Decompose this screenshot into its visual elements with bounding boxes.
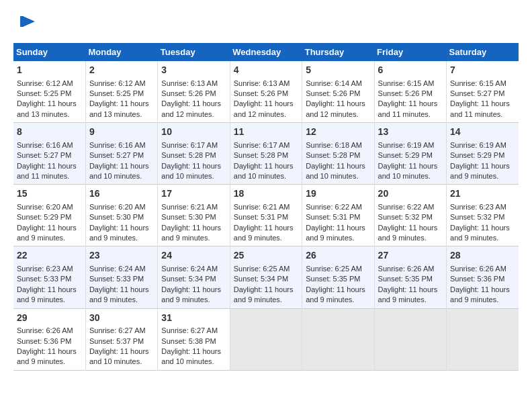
- daylight-text: Daylight: 11 hours and 9 minutes.: [17, 223, 82, 244]
- day-number: 21: [450, 187, 515, 201]
- sunset-text: Sunset: 5:30 PM: [161, 212, 226, 222]
- sunset-text: Sunset: 5:35 PM: [306, 274, 370, 284]
- daylight-text: Daylight: 11 hours and 10 minutes.: [234, 161, 298, 182]
- sunset-text: Sunset: 5:26 PM: [234, 89, 298, 99]
- sunset-text: Sunset: 5:32 PM: [450, 212, 515, 222]
- calendar-cell: 4Sunrise: 6:13 AMSunset: 5:26 PMDaylight…: [230, 61, 302, 123]
- weekday-header: Monday: [85, 43, 157, 61]
- weekday-header: Friday: [374, 43, 446, 61]
- day-number: 27: [378, 249, 443, 263]
- sunrise-text: Sunrise: 6:22 AM: [306, 202, 370, 212]
- weekday-header: Tuesday: [158, 43, 230, 61]
- day-number: 19: [306, 187, 370, 201]
- calendar-cell: 23Sunrise: 6:24 AMSunset: 5:33 PMDayligh…: [85, 246, 157, 308]
- calendar-cell: 6Sunrise: 6:15 AMSunset: 5:26 PMDaylight…: [374, 61, 446, 123]
- daylight-text: Daylight: 11 hours and 9 minutes.: [17, 285, 82, 306]
- svg-rect-1: [20, 16, 24, 27]
- calendar-cell: 16Sunrise: 6:20 AMSunset: 5:30 PMDayligh…: [85, 185, 157, 246]
- calendar-row: 15Sunrise: 6:20 AMSunset: 5:29 PMDayligh…: [13, 185, 519, 246]
- calendar-cell: 20Sunrise: 6:22 AMSunset: 5:32 PMDayligh…: [374, 185, 446, 246]
- sunrise-text: Sunrise: 6:13 AM: [161, 79, 226, 89]
- calendar-cell: 1Sunrise: 6:12 AMSunset: 5:25 PMDaylight…: [13, 61, 85, 123]
- day-number: 31: [161, 312, 226, 325]
- sunrise-text: Sunrise: 6:16 AM: [89, 140, 154, 150]
- daylight-text: Daylight: 11 hours and 13 minutes.: [89, 99, 154, 120]
- day-number: 24: [161, 249, 226, 263]
- day-number: 13: [378, 126, 443, 139]
- daylight-text: Daylight: 11 hours and 11 minutes.: [17, 161, 82, 182]
- day-number: 7: [450, 64, 515, 77]
- weekday-header: Saturday: [447, 43, 519, 61]
- sunrise-text: Sunrise: 6:25 AM: [234, 264, 298, 274]
- calendar-cell: 31Sunrise: 6:27 AMSunset: 5:38 PMDayligh…: [158, 308, 230, 370]
- calendar-cell: 10Sunrise: 6:17 AMSunset: 5:28 PMDayligh…: [158, 123, 230, 185]
- daylight-text: Daylight: 11 hours and 12 minutes.: [306, 99, 370, 120]
- daylight-text: Daylight: 11 hours and 9 minutes.: [378, 285, 443, 306]
- day-number: 15: [17, 187, 82, 201]
- calendar-cell: 17Sunrise: 6:21 AMSunset: 5:30 PMDayligh…: [158, 185, 230, 246]
- day-number: 23: [89, 249, 154, 263]
- sunset-text: Sunset: 5:30 PM: [89, 212, 154, 222]
- daylight-text: Daylight: 11 hours and 9 minutes.: [89, 285, 154, 306]
- day-number: 1: [17, 64, 82, 77]
- sunrise-text: Sunrise: 6:26 AM: [450, 264, 515, 274]
- sunrise-text: Sunrise: 6:22 AM: [378, 202, 443, 212]
- daylight-text: Daylight: 11 hours and 9 minutes.: [450, 161, 515, 182]
- day-number: 4: [234, 64, 298, 77]
- day-number: 2: [89, 64, 154, 77]
- sunrise-text: Sunrise: 6:27 AM: [161, 326, 226, 336]
- calendar-cell: 13Sunrise: 6:19 AMSunset: 5:29 PMDayligh…: [374, 123, 446, 185]
- sunrise-text: Sunrise: 6:19 AM: [378, 140, 443, 150]
- sunset-text: Sunset: 5:26 PM: [161, 89, 226, 99]
- day-number: 10: [161, 126, 226, 139]
- daylight-text: Daylight: 11 hours and 9 minutes.: [234, 223, 298, 244]
- sunrise-text: Sunrise: 6:27 AM: [89, 326, 154, 336]
- sunset-text: Sunset: 5:27 PM: [450, 89, 515, 99]
- calendar-row: 8Sunrise: 6:16 AMSunset: 5:27 PMDaylight…: [13, 123, 519, 185]
- daylight-text: Daylight: 11 hours and 10 minutes.: [161, 347, 226, 367]
- calendar-cell: 18Sunrise: 6:21 AMSunset: 5:31 PMDayligh…: [230, 185, 302, 246]
- sunset-text: Sunset: 5:26 PM: [378, 89, 443, 99]
- daylight-text: Daylight: 11 hours and 10 minutes.: [89, 347, 154, 367]
- sunset-text: Sunset: 5:25 PM: [89, 89, 154, 99]
- calendar-cell: 5Sunrise: 6:14 AMSunset: 5:26 PMDaylight…: [302, 61, 374, 123]
- day-number: 9: [89, 126, 154, 139]
- calendar-cell: 28Sunrise: 6:26 AMSunset: 5:36 PMDayligh…: [447, 246, 519, 308]
- sunrise-text: Sunrise: 6:24 AM: [161, 264, 226, 274]
- daylight-text: Daylight: 11 hours and 10 minutes.: [306, 161, 370, 182]
- weekday-header: Wednesday: [230, 43, 302, 61]
- calendar-cell: [302, 308, 374, 370]
- calendar-header: SundayMondayTuesdayWednesdayThursdayFrid…: [13, 43, 519, 61]
- sunrise-text: Sunrise: 6:14 AM: [306, 79, 370, 89]
- sunrise-text: Sunrise: 6:21 AM: [161, 202, 226, 212]
- calendar-cell: 19Sunrise: 6:22 AMSunset: 5:31 PMDayligh…: [302, 185, 374, 246]
- sunrise-text: Sunrise: 6:18 AM: [306, 140, 370, 150]
- sunset-text: Sunset: 5:38 PM: [161, 336, 226, 347]
- daylight-text: Daylight: 11 hours and 13 minutes.: [17, 99, 82, 120]
- svg-marker-0: [23, 16, 35, 27]
- calendar-cell: 21Sunrise: 6:23 AMSunset: 5:32 PMDayligh…: [447, 185, 519, 246]
- sunset-text: Sunset: 5:26 PM: [306, 89, 370, 99]
- day-number: 17: [161, 187, 226, 201]
- daylight-text: Daylight: 11 hours and 12 minutes.: [234, 99, 298, 120]
- calendar-table: SundayMondayTuesdayWednesdayThursdayFrid…: [13, 43, 519, 371]
- sunrise-text: Sunrise: 6:20 AM: [89, 202, 154, 212]
- calendar-cell: [447, 308, 519, 370]
- day-number: 16: [89, 187, 154, 201]
- sunrise-text: Sunrise: 6:23 AM: [17, 264, 82, 274]
- calendar-cell: 9Sunrise: 6:16 AMSunset: 5:27 PMDaylight…: [85, 123, 157, 185]
- sunset-text: Sunset: 5:27 PM: [17, 150, 82, 161]
- sunrise-text: Sunrise: 6:26 AM: [378, 264, 443, 274]
- sunset-text: Sunset: 5:34 PM: [161, 274, 226, 284]
- page-header: [13, 13, 519, 32]
- logo: [13, 13, 35, 32]
- day-number: 20: [378, 187, 443, 201]
- calendar-cell: 25Sunrise: 6:25 AMSunset: 5:34 PMDayligh…: [230, 246, 302, 308]
- calendar-cell: 11Sunrise: 6:17 AMSunset: 5:28 PMDayligh…: [230, 123, 302, 185]
- sunrise-text: Sunrise: 6:15 AM: [450, 79, 515, 89]
- sunset-text: Sunset: 5:36 PM: [17, 336, 82, 347]
- sunset-text: Sunset: 5:34 PM: [234, 274, 298, 284]
- calendar-cell: [230, 308, 302, 370]
- sunset-text: Sunset: 5:25 PM: [17, 89, 82, 99]
- weekday-header: Thursday: [302, 43, 374, 61]
